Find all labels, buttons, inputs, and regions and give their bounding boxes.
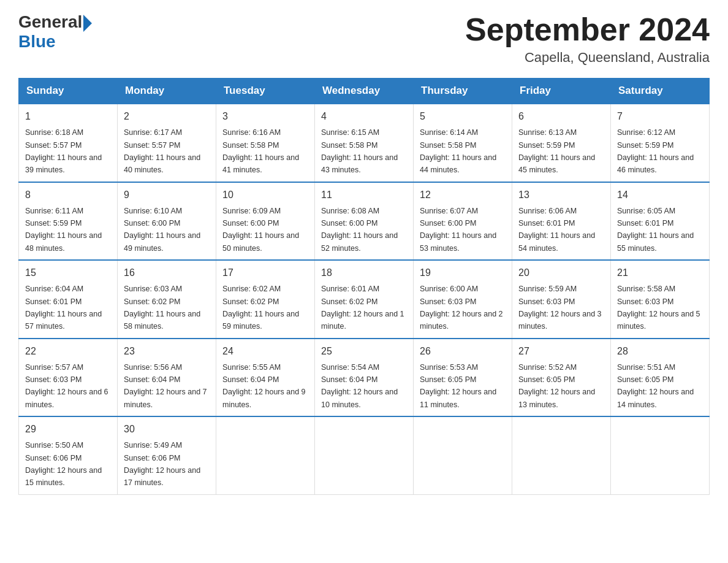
cell-info: Sunrise: 5:55 AMSunset: 6:04 PMDaylight:… [222, 363, 306, 409]
day-header-thursday: Thursday [414, 79, 512, 104]
day-number: 4 [321, 109, 407, 124]
calendar-cell: 3Sunrise: 6:16 AMSunset: 5:58 PMDaylight… [216, 104, 315, 182]
day-number: 23 [124, 344, 210, 359]
cell-info: Sunrise: 5:56 AMSunset: 6:04 PMDaylight:… [124, 363, 207, 409]
calendar-cell: 12Sunrise: 6:07 AMSunset: 6:00 PMDayligh… [414, 182, 512, 261]
calendar-cell: 29Sunrise: 5:50 AMSunset: 6:06 PMDayligh… [19, 416, 118, 494]
day-number: 11 [321, 188, 407, 202]
day-number: 27 [518, 344, 604, 359]
cell-info: Sunrise: 6:17 AMSunset: 5:57 PMDaylight:… [124, 128, 200, 174]
cell-info: Sunrise: 6:12 AMSunset: 5:59 PMDaylight:… [617, 128, 694, 174]
logo-blue-text: Blue [18, 32, 92, 52]
day-number: 25 [321, 344, 407, 359]
cell-info: Sunrise: 6:04 AMSunset: 6:01 PMDaylight:… [25, 285, 102, 331]
cell-info: Sunrise: 6:18 AMSunset: 5:57 PMDaylight:… [25, 128, 102, 174]
calendar-cell: 24Sunrise: 5:55 AMSunset: 6:04 PMDayligh… [216, 339, 315, 417]
day-number: 20 [518, 266, 604, 280]
day-number: 12 [420, 188, 506, 202]
calendar-cell: 9Sunrise: 6:10 AMSunset: 6:00 PMDaylight… [118, 182, 216, 261]
cell-info: Sunrise: 5:49 AMSunset: 6:06 PMDaylight:… [124, 441, 200, 487]
cell-info: Sunrise: 6:15 AMSunset: 5:58 PMDaylight:… [321, 128, 398, 174]
calendar-cell: 15Sunrise: 6:04 AMSunset: 6:01 PMDayligh… [19, 260, 118, 339]
day-header-monday: Monday [118, 79, 216, 104]
calendar-cell [414, 416, 512, 494]
logo-general-text: General [18, 12, 82, 32]
day-header-saturday: Saturday [611, 79, 710, 104]
cell-info: Sunrise: 6:06 AMSunset: 6:01 PMDaylight:… [518, 207, 595, 253]
calendar-cell: 17Sunrise: 6:02 AMSunset: 6:02 PMDayligh… [216, 260, 315, 339]
calendar-cell: 25Sunrise: 5:54 AMSunset: 6:04 PMDayligh… [315, 339, 414, 417]
cell-info: Sunrise: 5:54 AMSunset: 6:04 PMDaylight:… [321, 363, 398, 409]
calendar-cell: 18Sunrise: 6:01 AMSunset: 6:02 PMDayligh… [315, 260, 414, 339]
calendar-cell: 19Sunrise: 6:00 AMSunset: 6:03 PMDayligh… [414, 260, 512, 339]
day-number: 26 [420, 344, 506, 359]
day-number: 14 [617, 188, 703, 202]
day-number: 7 [617, 109, 703, 124]
day-number: 16 [124, 266, 210, 280]
day-header-friday: Friday [512, 79, 611, 104]
cell-info: Sunrise: 6:08 AMSunset: 6:00 PMDaylight:… [321, 207, 398, 253]
calendar-cell: 27Sunrise: 5:52 AMSunset: 6:05 PMDayligh… [512, 339, 611, 417]
calendar-header-row: SundayMondayTuesdayWednesdayThursdayFrid… [19, 79, 710, 104]
calendar-cell: 21Sunrise: 5:58 AMSunset: 6:03 PMDayligh… [611, 260, 710, 339]
day-number: 29 [25, 422, 111, 437]
location-subtitle: Capella, Queensland, Australia [465, 50, 710, 66]
day-number: 9 [124, 188, 210, 202]
logo: General Blue [18, 12, 92, 52]
cell-info: Sunrise: 6:02 AMSunset: 6:02 PMDaylight:… [222, 285, 299, 331]
cell-info: Sunrise: 5:57 AMSunset: 6:03 PMDaylight:… [25, 363, 108, 409]
day-number: 3 [222, 109, 308, 124]
day-number: 28 [617, 344, 703, 359]
calendar-cell: 5Sunrise: 6:14 AMSunset: 5:58 PMDaylight… [414, 104, 512, 182]
day-header-sunday: Sunday [19, 79, 118, 104]
day-number: 30 [124, 422, 210, 437]
day-number: 10 [222, 188, 308, 202]
cell-info: Sunrise: 5:53 AMSunset: 6:05 PMDaylight:… [420, 363, 496, 409]
day-number: 22 [25, 344, 111, 359]
day-number: 17 [222, 266, 308, 280]
day-number: 15 [25, 266, 111, 280]
title-section: September 2024 Capella, Queensland, Aust… [465, 12, 710, 66]
day-number: 13 [518, 188, 604, 202]
calendar-table: SundayMondayTuesdayWednesdayThursdayFrid… [18, 78, 710, 495]
calendar-cell: 11Sunrise: 6:08 AMSunset: 6:00 PMDayligh… [315, 182, 414, 261]
calendar-cell [611, 416, 710, 494]
calendar-cell: 1Sunrise: 6:18 AMSunset: 5:57 PMDaylight… [19, 104, 118, 182]
cell-info: Sunrise: 6:09 AMSunset: 6:00 PMDaylight:… [222, 207, 299, 253]
month-year-title: September 2024 [465, 12, 710, 47]
calendar-cell: 4Sunrise: 6:15 AMSunset: 5:58 PMDaylight… [315, 104, 414, 182]
calendar-cell: 23Sunrise: 5:56 AMSunset: 6:04 PMDayligh… [118, 339, 216, 417]
calendar-week-row: 22Sunrise: 5:57 AMSunset: 6:03 PMDayligh… [19, 339, 710, 417]
calendar-cell: 28Sunrise: 5:51 AMSunset: 6:05 PMDayligh… [611, 339, 710, 417]
calendar-cell: 13Sunrise: 6:06 AMSunset: 6:01 PMDayligh… [512, 182, 611, 261]
cell-info: Sunrise: 5:50 AMSunset: 6:06 PMDaylight:… [25, 441, 102, 487]
cell-info: Sunrise: 5:52 AMSunset: 6:05 PMDaylight:… [518, 363, 595, 409]
day-number: 2 [124, 109, 210, 124]
calendar-week-row: 29Sunrise: 5:50 AMSunset: 6:06 PMDayligh… [19, 416, 710, 494]
calendar-week-row: 15Sunrise: 6:04 AMSunset: 6:01 PMDayligh… [19, 260, 710, 339]
calendar-cell: 7Sunrise: 6:12 AMSunset: 5:59 PMDaylight… [611, 104, 710, 182]
calendar-week-row: 8Sunrise: 6:11 AMSunset: 5:59 PMDaylight… [19, 182, 710, 261]
cell-info: Sunrise: 6:10 AMSunset: 6:00 PMDaylight:… [124, 207, 200, 253]
day-header-wednesday: Wednesday [315, 79, 414, 104]
cell-info: Sunrise: 5:51 AMSunset: 6:05 PMDaylight:… [617, 363, 694, 409]
page-header: General Blue September 2024 Capella, Que… [18, 12, 710, 66]
day-number: 18 [321, 266, 407, 280]
cell-info: Sunrise: 6:16 AMSunset: 5:58 PMDaylight:… [222, 128, 299, 174]
calendar-cell [512, 416, 611, 494]
day-number: 8 [25, 188, 111, 202]
logo-triangle-icon [83, 15, 92, 32]
cell-info: Sunrise: 5:59 AMSunset: 6:03 PMDaylight:… [518, 285, 602, 331]
cell-info: Sunrise: 6:03 AMSunset: 6:02 PMDaylight:… [124, 285, 200, 331]
calendar-cell: 20Sunrise: 5:59 AMSunset: 6:03 PMDayligh… [512, 260, 611, 339]
cell-info: Sunrise: 6:07 AMSunset: 6:00 PMDaylight:… [420, 207, 496, 253]
calendar-cell: 16Sunrise: 6:03 AMSunset: 6:02 PMDayligh… [118, 260, 216, 339]
calendar-week-row: 1Sunrise: 6:18 AMSunset: 5:57 PMDaylight… [19, 104, 710, 182]
cell-info: Sunrise: 6:13 AMSunset: 5:59 PMDaylight:… [518, 128, 595, 174]
cell-info: Sunrise: 5:58 AMSunset: 6:03 PMDaylight:… [617, 285, 700, 331]
calendar-cell: 30Sunrise: 5:49 AMSunset: 6:06 PMDayligh… [118, 416, 216, 494]
day-number: 21 [617, 266, 703, 280]
calendar-cell [216, 416, 315, 494]
day-header-tuesday: Tuesday [216, 79, 315, 104]
day-number: 19 [420, 266, 506, 280]
